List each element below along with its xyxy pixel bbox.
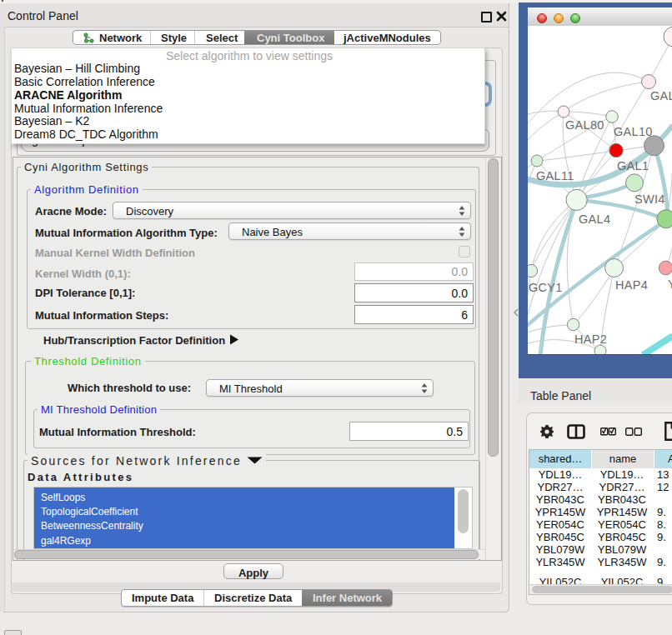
svg-text:GCY1: GCY1 bbox=[529, 281, 563, 294]
svg-text:GAL2: GAL2 bbox=[650, 89, 672, 102]
svg-text:HAP2: HAP2 bbox=[574, 332, 607, 346]
svg-text:GAL80: GAL80 bbox=[565, 118, 604, 132]
svg-text:GAL11: GAL11 bbox=[536, 169, 574, 182]
svg-text:GAL4: GAL4 bbox=[579, 212, 610, 226]
svg-text:GAL10: GAL10 bbox=[614, 125, 653, 138]
svg-text:SWI4: SWI4 bbox=[634, 192, 665, 206]
svg-text:YJ: YJ bbox=[668, 278, 672, 291]
svg-text:HAP4: HAP4 bbox=[615, 278, 648, 292]
svg-text:GAL1: GAL1 bbox=[617, 159, 649, 172]
